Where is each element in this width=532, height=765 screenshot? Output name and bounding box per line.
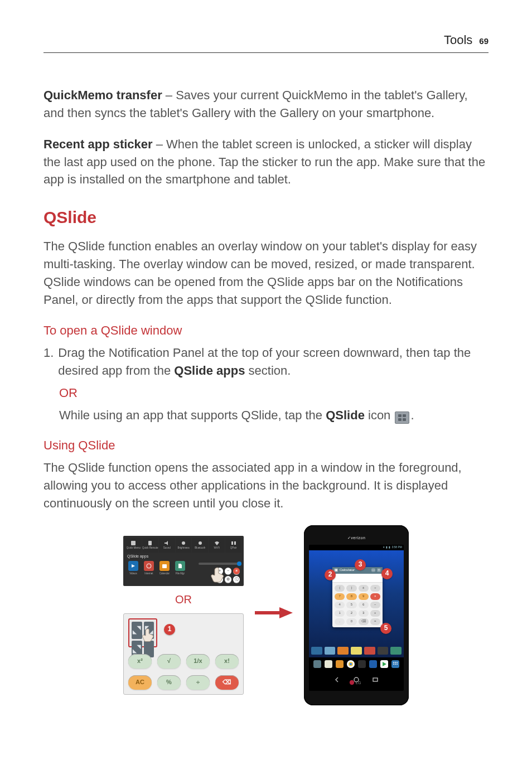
step-1-bold: QSlide apps — [174, 364, 245, 377]
key-plus: + — [370, 610, 380, 617]
qslide-intro-paragraph: The QSlide function enables an overlay w… — [43, 238, 489, 309]
svg-marker-6 — [165, 541, 168, 545]
svg-rect-5 — [148, 541, 152, 545]
calc-row-1: x² √ 1/x x! — [128, 654, 239, 669]
tablet-widget-row — [311, 645, 402, 656]
svg-rect-4 — [131, 541, 136, 545]
key-div: ÷ — [370, 585, 380, 592]
calc-key-pct: % — [157, 675, 181, 690]
using-qslide-paragraph: The QSlide function opens the associated… — [43, 459, 489, 512]
key-rparen: ) — [346, 585, 356, 592]
svg-text:LG: LG — [356, 681, 361, 685]
widget-7 — [390, 647, 402, 655]
calc-key-sqrt: √ — [157, 654, 181, 669]
using-qslide-heading: Using QSlide — [43, 437, 489, 454]
qslide-overlay-calculator: ▣ Calculator — × ( ) ± ÷ 7 8 — [332, 567, 383, 627]
figure-right-column: ✓verizon ▾▮▮3:58 PM ▣ Calculator — × — [304, 525, 409, 705]
hand-pointer-icon — [210, 566, 229, 589]
recent-app-sticker-paragraph: Recent app sticker – When the tablet scr… — [43, 135, 489, 189]
svg-marker-18 — [383, 662, 386, 666]
key-1: 1 — [335, 610, 345, 617]
qslide-app-calendar: Calendar — [158, 561, 171, 576]
file-icon — [175, 561, 185, 571]
qslide-heading: QSlide — [43, 205, 489, 230]
key-eq: = — [370, 618, 380, 625]
step-1-alt-a: While using an app that supports QSlide,… — [59, 408, 326, 422]
info-icon: ⓘ — [233, 576, 240, 583]
qslide-close-icon: × — [377, 568, 381, 572]
figure-left-column: Quick Memo Quick Remote Sound Brightness… — [123, 536, 244, 695]
key-6: 6 — [359, 602, 369, 608]
calendar-icon — [159, 561, 170, 571]
key-5: 5 — [346, 602, 356, 608]
quickmemo-tile: Quick Memo — [125, 538, 142, 553]
qslide-app-internet: Internet — [143, 561, 155, 576]
qslide-keypad: ( ) ± ÷ 7 8 9 × 4 5 6 − 1 — [332, 583, 383, 627]
step-1: 1. Drag the Notification Panel at the to… — [43, 344, 489, 380]
callout-1: 1 — [164, 624, 175, 635]
svg-rect-1 — [403, 414, 406, 417]
video-icon — [128, 561, 138, 571]
step-1-text-b: section. — [245, 364, 291, 377]
svg-point-27 — [350, 680, 354, 685]
tablet-screen: ▾▮▮3:58 PM ▣ Calculator — × ( — [309, 545, 404, 691]
key-0: 0 — [346, 618, 356, 625]
calc-key-div: ÷ — [186, 675, 210, 690]
svg-point-21 — [396, 662, 398, 663]
widget-1 — [311, 647, 322, 655]
svg-point-8 — [199, 541, 202, 545]
email-icon — [336, 660, 344, 668]
sound-tile: Sound — [159, 538, 175, 553]
qslide-title-text: Calculator — [340, 568, 370, 573]
key-8: 8 — [346, 593, 356, 600]
svg-rect-10 — [234, 541, 236, 545]
svg-marker-11 — [132, 564, 135, 568]
open-qslide-heading: To open a QSlide window — [43, 322, 489, 340]
svg-rect-3 — [403, 418, 406, 421]
svg-rect-14 — [255, 611, 280, 614]
widget-6 — [378, 647, 389, 655]
browser-icon — [313, 660, 321, 668]
tablet-dock — [309, 657, 404, 671]
key-dot: . — [335, 618, 345, 625]
calendar-icon — [325, 660, 332, 668]
apps-icon — [391, 660, 399, 668]
brightness-slider — [199, 563, 240, 565]
camera-icon — [358, 660, 366, 668]
battery-icon: ▮ — [389, 545, 390, 549]
callout-5: 5 — [380, 623, 391, 634]
gallery-icon — [369, 660, 377, 668]
calc-row-2: AC % ÷ ⌫ — [128, 675, 239, 690]
svg-rect-0 — [398, 414, 402, 417]
wifi-tile: Wi-Fi — [209, 538, 225, 553]
playstore-icon — [380, 660, 388, 668]
qslide-app-filemgr: File Mgr — [174, 561, 186, 576]
calc-key-ac: AC — [128, 675, 152, 690]
qpair-tile: QPair — [225, 538, 241, 553]
calc-key-x2: x² — [128, 654, 152, 669]
key-7: 7 — [335, 593, 345, 600]
svg-point-24 — [396, 664, 398, 665]
sun-icon: ☀ — [233, 568, 240, 574]
svg-rect-13 — [162, 564, 167, 568]
svg-point-7 — [182, 541, 185, 545]
svg-point-20 — [395, 662, 396, 663]
key-pm: ± — [359, 585, 369, 592]
quickmemo-term: QuickMemo transfer — [43, 88, 162, 102]
tablet-statusbar: ▾▮▮3:58 PM — [309, 545, 404, 550]
qslide-apps-label: QSlide apps — [125, 553, 241, 561]
svg-point-12 — [147, 564, 151, 568]
widget-3 — [337, 647, 349, 655]
signal-icon: ▮ — [386, 545, 388, 549]
quickmemo-transfer-paragraph: QuickMemo transfer – Saves your current … — [43, 86, 489, 122]
quickremote-tile: Quick Remote — [142, 538, 158, 553]
calc-key-del: ⌫ — [215, 675, 239, 690]
callout-4: 4 — [381, 568, 393, 579]
recent-sticker-term: Recent app sticker — [43, 137, 153, 151]
step-1-alt-bold: QSlide — [326, 408, 365, 422]
step-1-alt-b: icon — [365, 408, 394, 422]
tablet-figure: ✓verizon ▾▮▮3:58 PM ▣ Calculator — × — [304, 525, 409, 705]
qslide-opacity-icon: — — [371, 568, 375, 572]
widget-5 — [364, 647, 375, 655]
figure-arrow — [255, 606, 293, 624]
